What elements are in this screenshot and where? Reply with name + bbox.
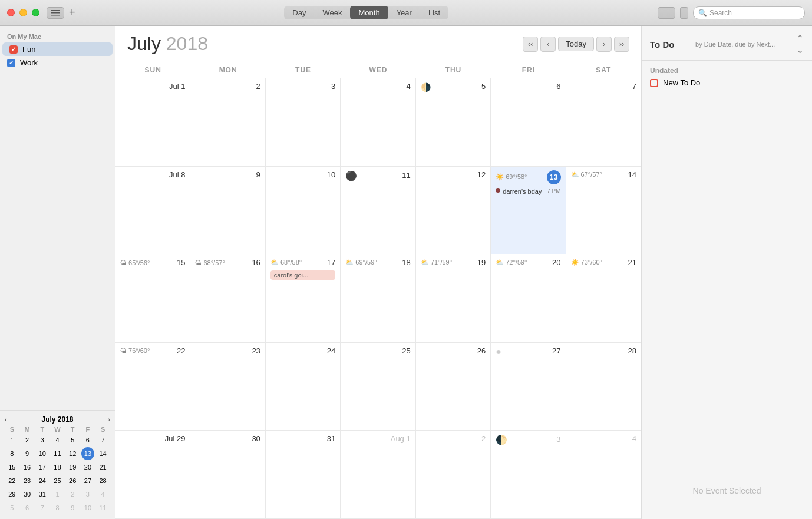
- mini-day-19[interactable]: 19: [66, 461, 79, 474]
- add-calendar-button[interactable]: +: [69, 6, 75, 19]
- mini-day-aug3[interactable]: 3: [81, 488, 94, 501]
- cell-jul15[interactable]: 🌤 65°/56° 15: [115, 254, 190, 342]
- mini-day-15[interactable]: 15: [5, 461, 18, 474]
- cell-aug2[interactable]: 2: [416, 431, 491, 518]
- mini-day-14[interactable]: 14: [97, 447, 110, 460]
- mini-day-aug2[interactable]: 2: [66, 488, 79, 501]
- cell-jul8[interactable]: Jul 8: [115, 167, 190, 254]
- mini-day-2[interactable]: 2: [21, 434, 34, 447]
- event-carols-going[interactable]: carol's goi...: [270, 270, 335, 280]
- mini-day-aug8[interactable]: 8: [51, 501, 64, 514]
- close-button[interactable]: [7, 9, 15, 16]
- tab-year[interactable]: Year: [388, 6, 420, 19]
- cell-jul5[interactable]: 🌗 5: [416, 78, 491, 166]
- mini-day-20[interactable]: 20: [81, 461, 94, 474]
- search-box[interactable]: 🔍 Search: [693, 6, 805, 19]
- mini-day-4[interactable]: 4: [51, 434, 64, 447]
- mini-day-30[interactable]: 30: [21, 488, 34, 501]
- cell-jul18[interactable]: ⛅ 69°/59° 18: [341, 254, 415, 342]
- mini-day-aug7[interactable]: 7: [36, 501, 49, 514]
- cell-jul14[interactable]: ⛅ 67°/57° 14: [566, 167, 641, 254]
- tab-day[interactable]: Day: [284, 6, 314, 19]
- cell-aug4[interactable]: 4: [566, 431, 641, 518]
- cell-jul2[interactable]: 2: [190, 78, 265, 166]
- nav-forward-2-button[interactable]: ››: [614, 37, 629, 52]
- tab-week[interactable]: Week: [314, 6, 350, 19]
- cell-jul20[interactable]: ⛅ 72°/59° 20: [491, 254, 566, 342]
- mini-day-5[interactable]: 5: [66, 434, 79, 447]
- cell-jul4[interactable]: 4: [341, 78, 415, 166]
- cell-jul22[interactable]: 🌤 76°/60° 22: [115, 343, 190, 431]
- cell-aug3[interactable]: 🌓 3: [491, 431, 566, 518]
- todo-sort-button[interactable]: ⌃⌄: [796, 33, 804, 55]
- mini-day-3[interactable]: 3: [36, 434, 49, 447]
- cell-jul26[interactable]: 26: [416, 343, 491, 431]
- sidebar-item-work[interactable]: ✓ Work: [0, 56, 115, 70]
- mini-day-10[interactable]: 10: [36, 447, 49, 460]
- todo-item-new[interactable]: New To Do: [650, 78, 804, 87]
- cell-jul13-today[interactable]: ☀️ 69°/58° 13 darren's bday 7 PM: [491, 167, 566, 254]
- panel-toggle[interactable]: [658, 7, 675, 19]
- sidebar-item-fun[interactable]: ✓ Fun: [2, 42, 113, 56]
- cell-jul16[interactable]: 🌤 68°/57° 16: [190, 254, 265, 342]
- cell-jul25[interactable]: 25: [341, 343, 415, 431]
- cell-jul1[interactable]: Jul 1: [115, 78, 190, 166]
- mini-day-aug11[interactable]: 11: [97, 501, 110, 514]
- mini-day-25[interactable]: 25: [51, 474, 64, 487]
- cell-aug1[interactable]: Aug 1: [341, 431, 415, 518]
- mini-day-aug6[interactable]: 6: [21, 501, 34, 514]
- mini-day-17[interactable]: 17: [36, 461, 49, 474]
- mini-day-1[interactable]: 1: [5, 434, 18, 447]
- mini-day-21[interactable]: 21: [97, 461, 110, 474]
- mini-day-aug9[interactable]: 9: [66, 501, 79, 514]
- mini-day-28[interactable]: 28: [97, 474, 110, 487]
- mini-day-23[interactable]: 23: [21, 474, 34, 487]
- dropdown-button[interactable]: [680, 7, 688, 19]
- mini-day-aug5[interactable]: 5: [5, 501, 18, 514]
- mini-day-24[interactable]: 24: [36, 474, 49, 487]
- today-button[interactable]: Today: [558, 37, 594, 51]
- cell-jul30[interactable]: 30: [190, 431, 265, 518]
- mini-day-13-today[interactable]: 13: [81, 447, 94, 460]
- cell-jul3[interactable]: 3: [266, 78, 341, 166]
- minimize-button[interactable]: [19, 9, 27, 16]
- cell-jul12[interactable]: 12: [416, 167, 491, 254]
- cell-jul24[interactable]: 24: [266, 343, 341, 431]
- mini-day-aug4[interactable]: 4: [97, 488, 110, 501]
- cell-jul27[interactable]: ● 27: [491, 343, 566, 431]
- fun-checkbox[interactable]: ✓: [9, 45, 18, 54]
- maximize-button[interactable]: [32, 9, 39, 16]
- cell-jul7[interactable]: 7: [566, 78, 641, 166]
- mini-day-9[interactable]: 9: [21, 447, 34, 460]
- cell-jul23[interactable]: 23: [190, 343, 265, 431]
- mini-day-aug1[interactable]: 1: [51, 488, 64, 501]
- mini-day-12[interactable]: 12: [66, 447, 79, 460]
- event-darrens-bday[interactable]: darren's bday 7 PM: [496, 188, 560, 195]
- mini-day-26[interactable]: 26: [66, 474, 79, 487]
- cell-jul31[interactable]: 31: [266, 431, 341, 518]
- work-checkbox[interactable]: ✓: [7, 59, 15, 67]
- cell-jul6[interactable]: 6: [491, 78, 566, 166]
- mini-day-31[interactable]: 31: [36, 488, 49, 501]
- mini-prev-button[interactable]: ‹: [5, 416, 7, 423]
- cell-jul28[interactable]: 28: [566, 343, 641, 431]
- mini-day-11[interactable]: 11: [51, 447, 64, 460]
- nav-back-2-button[interactable]: ‹‹: [523, 37, 538, 52]
- mini-next-button[interactable]: ›: [108, 416, 110, 423]
- mini-day-16[interactable]: 16: [21, 461, 34, 474]
- mini-day-aug10[interactable]: 10: [81, 501, 94, 514]
- cell-jul11[interactable]: ⚫ 11: [341, 167, 415, 254]
- cell-jul29[interactable]: Jul 29: [115, 431, 190, 518]
- todo-checkbox[interactable]: [650, 79, 658, 87]
- sidebar-toggle-icon[interactable]: [47, 7, 64, 19]
- nav-prev-button[interactable]: ‹: [540, 37, 556, 52]
- mini-day-7[interactable]: 7: [97, 434, 110, 447]
- cell-jul21[interactable]: ☀️ 73°/60° 21: [566, 254, 641, 342]
- cell-jul19[interactable]: ⛅ 71°/59° 19: [416, 254, 491, 342]
- mini-day-29[interactable]: 29: [5, 488, 18, 501]
- cell-jul9[interactable]: 9: [190, 167, 265, 254]
- mini-day-8[interactable]: 8: [5, 447, 18, 460]
- mini-day-18[interactable]: 18: [51, 461, 64, 474]
- nav-next-button[interactable]: ›: [596, 37, 612, 52]
- cell-jul10[interactable]: 10: [266, 167, 341, 254]
